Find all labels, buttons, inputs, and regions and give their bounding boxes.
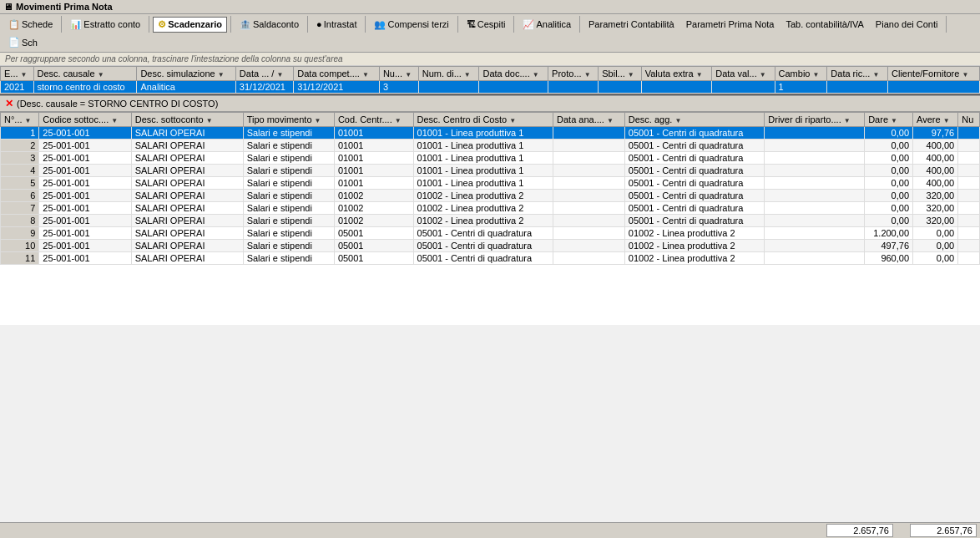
col-sbil[interactable]: Sbil... ▼ <box>599 67 642 81</box>
lower-cell: 25-001-001 <box>39 227 131 240</box>
lower-table-container[interactable]: N°... ▼ Codice sottoc.... ▼ Desc. sottoc… <box>0 112 980 265</box>
toolbar-saldaconto[interactable]: 🏦 Saldaconto <box>235 17 304 33</box>
lower-cell: 497,76 <box>865 240 913 252</box>
toolbar-param-prima[interactable]: Parametri Prima Nota <box>681 17 780 32</box>
col-codice-sottoc[interactable]: Codice sottoc.... ▼ <box>39 113 131 127</box>
row-number: 8 <box>1 215 39 227</box>
lower-cell: Salari e stipendi <box>243 240 334 252</box>
lower-cell: 0,00 <box>913 227 958 240</box>
lower-cell: 01002 <box>334 190 413 202</box>
lower-cell: 0,00 <box>865 190 913 202</box>
lower-cell: 25-001-001 <box>39 202 131 215</box>
lower-cell: 05001 - Centri di quadratura <box>624 127 764 140</box>
col-data-compet[interactable]: Data compet.... ▼ <box>294 67 380 81</box>
toolbar-sch[interactable]: 📄 Sch <box>3 34 43 50</box>
lower-cell: 320,00 <box>913 190 958 202</box>
toolbar-piano[interactable]: Piano dei Conti <box>871 17 943 32</box>
row-number: 10 <box>1 240 39 252</box>
toolbar-cespiti[interactable]: 🏗 Cespiti <box>462 17 511 32</box>
row-number: 7 <box>1 202 39 215</box>
lower-table-row[interactable]: 725-001-001SALARI OPERAISalari e stipend… <box>1 202 980 215</box>
lower-cell: Salari e stipendi <box>243 152 334 165</box>
col-num-di[interactable]: Num. di... ▼ <box>418 67 479 81</box>
col-nu[interactable]: Nu... ▼ <box>379 67 418 81</box>
lower-table-row[interactable]: 1125-001-001SALARI OPERAISalari e stipen… <box>1 252 980 265</box>
lower-cell: 01001 - Linea produttiva 1 <box>413 152 553 165</box>
lower-table-row[interactable]: 325-001-001SALARI OPERAISalari e stipend… <box>1 152 980 165</box>
col-data-val[interactable]: Data val... ▼ <box>712 67 775 81</box>
lower-cell: 0,00 <box>865 202 913 215</box>
lower-cell: SALARI OPERAI <box>131 227 243 240</box>
lower-cell: 960,00 <box>865 252 913 265</box>
toolbar-compensi[interactable]: 👥 Compensi terzi <box>369 17 453 33</box>
col-proto[interactable]: Proto... ▼ <box>548 67 599 81</box>
lower-table-row[interactable]: 1025-001-001SALARI OPERAISalari e stipen… <box>1 240 980 252</box>
lower-cell: 400,00 <box>913 140 958 152</box>
compensi-icon: 👥 <box>374 19 386 30</box>
lower-cell: Salari e stipendi <box>243 127 334 140</box>
upper-section: E... ▼ Desc. causale ▼ Desc. simulazione… <box>0 66 980 95</box>
lower-table-row[interactable]: 625-001-001SALARI OPERAISalari e stipend… <box>1 190 980 202</box>
col-desc-causale[interactable]: Desc. causale ▼ <box>33 67 137 81</box>
lower-cell: 01002 - Linea produttiva 2 <box>624 252 764 265</box>
lower-cell: SALARI OPERAI <box>131 190 243 202</box>
col-tipo-movimento[interactable]: Tipo movimento ▼ <box>243 113 334 127</box>
col-nu2[interactable]: Nu <box>958 113 980 127</box>
col-esercizio[interactable]: E... ▼ <box>1 67 34 81</box>
filter-close-btn[interactable]: ✕ <box>5 98 13 109</box>
lower-cell: 01001 - Linea produttiva 1 <box>413 140 553 152</box>
col-driver-riparto[interactable]: Driver di riparto.... ▼ <box>765 113 865 127</box>
toolbar-intrastat[interactable]: ● Intrastat <box>311 17 361 32</box>
lower-table-row[interactable]: 825-001-001SALARI OPERAISalari e stipend… <box>1 215 980 227</box>
lower-cell <box>958 190 980 202</box>
upper-table-container[interactable]: E... ▼ Desc. causale ▼ Desc. simulazione… <box>0 66 980 94</box>
lower-table-row[interactable]: 525-001-001SALARI OPERAISalari e stipend… <box>1 177 980 190</box>
col-data-ric[interactable]: Data ric... ▼ <box>827 67 888 81</box>
lower-cell: SALARI OPERAI <box>131 177 243 190</box>
col-data-ana[interactable]: Data ana.... ▼ <box>553 113 625 127</box>
lower-cell: 01001 - Linea produttiva 1 <box>413 177 553 190</box>
lower-cell: SALARI OPERAI <box>131 252 243 265</box>
row-number: 1 <box>1 127 39 140</box>
toolbar-estratto[interactable]: 📊 Estratto conto <box>65 17 145 33</box>
lower-cell: 0,00 <box>865 215 913 227</box>
col-cambio[interactable]: Cambio ▼ <box>775 67 827 81</box>
upper-table-row[interactable]: 2021storno centro di costoAnalitica31/12… <box>1 81 980 94</box>
row-number: 11 <box>1 252 39 265</box>
lower-cell <box>553 165 625 177</box>
lower-cell: SALARI OPERAI <box>131 165 243 177</box>
upper-cell: 31/12/2021 <box>294 81 380 94</box>
lower-cell: 05001 - Centri di quadratura <box>624 152 764 165</box>
upper-cell <box>827 81 888 94</box>
lower-table-row[interactable]: 925-001-001SALARI OPERAISalari e stipend… <box>1 227 980 240</box>
toolbar-tab-cont[interactable]: Tab. contabilità/IVA <box>781 17 869 32</box>
col-dare[interactable]: Dare ▼ <box>865 113 913 127</box>
col-desc-agg[interactable]: Desc. agg. ▼ <box>624 113 764 127</box>
lower-table-row[interactable]: 425-001-001SALARI OPERAISalari e stipend… <box>1 165 980 177</box>
group-bar: Per raggruppare secondo una colonna, tra… <box>0 53 980 66</box>
row-number: 9 <box>1 227 39 240</box>
toolbar-param-cont[interactable]: Parametri Contabilità <box>583 17 679 32</box>
upper-cell: 2021 <box>1 81 34 94</box>
col-data[interactable]: Data ... / ▼ <box>235 67 293 81</box>
col-cliente-fornitore[interactable]: Cliente/Fornitore ▼ <box>888 67 980 81</box>
upper-table-header: E... ▼ Desc. causale ▼ Desc. simulazione… <box>1 67 980 81</box>
col-avere[interactable]: Avere ▼ <box>913 113 958 127</box>
col-desc-simulazione[interactable]: Desc. simulazione ▼ <box>137 67 235 81</box>
lower-cell: 400,00 <box>913 177 958 190</box>
lower-table-row[interactable]: 225-001-001SALARI OPERAISalari e stipend… <box>1 140 980 152</box>
col-valuta-extra[interactable]: Valuta extra ▼ <box>641 67 711 81</box>
upper-cell: storno centro di costo <box>33 81 137 94</box>
toolbar-schede[interactable]: 📋 Schede <box>3 17 58 33</box>
lower-cell <box>958 202 980 215</box>
col-data-doc[interactable]: Data doc.... ▼ <box>479 67 548 81</box>
lower-cell: 05001 - Centri di quadratura <box>624 190 764 202</box>
lower-table-row[interactable]: 125-001-001SALARI OPERAISalari e stipend… <box>1 127 980 140</box>
col-desc-sottoconto[interactable]: Desc. sottoconto ▼ <box>131 113 243 127</box>
col-cod-centr[interactable]: Cod. Centr.... ▼ <box>334 113 413 127</box>
col-desc-centro[interactable]: Desc. Centro di Costo ▼ <box>413 113 553 127</box>
toolbar-analitica[interactable]: 📈 Analitica <box>518 17 576 33</box>
col-num[interactable]: N°... ▼ <box>1 113 39 127</box>
toolbar-scadenzario[interactable]: ⚙ Scadenzario <box>153 17 227 33</box>
upper-table: E... ▼ Desc. causale ▼ Desc. simulazione… <box>0 66 980 94</box>
